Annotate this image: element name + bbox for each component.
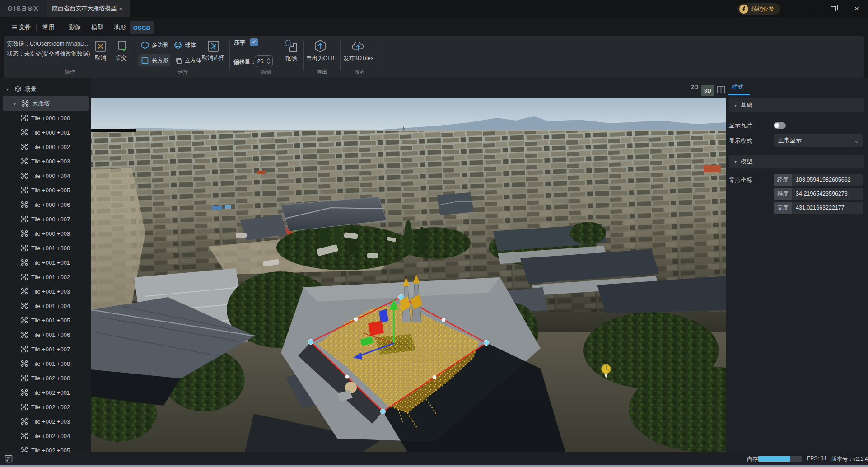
section-basic[interactable]: ▾ 基础 [729, 98, 864, 112]
rectangle-icon [141, 56, 149, 65]
document-tab[interactable]: 陕西省西安市大雁塔模型 × [47, 0, 130, 17]
tile-list-item[interactable]: Tile +000 +008 [0, 226, 91, 241]
tile-icon [21, 158, 28, 165]
deselect-button[interactable]: 取消选择 [202, 40, 224, 62]
flatten-checkbox[interactable]: ✓ [250, 38, 258, 46]
publish-3dtiles-button[interactable]: 发布3DTiles [343, 39, 373, 62]
mode-2d-button[interactable]: 2D [691, 84, 699, 90]
tile-list-item[interactable]: Tile +001 +007 [0, 342, 91, 356]
display-mode-select[interactable]: 正常显示 ⌄ [774, 134, 863, 147]
tree-node-model-selected[interactable]: ▾ 大雁塔 [3, 96, 89, 111]
tile-list-item[interactable]: Tile +000 +007 [0, 212, 91, 226]
tile-list-item[interactable]: Tile +001 +005 [0, 313, 91, 327]
coordinate-row[interactable]: 维度 34.21965423596273 [774, 188, 863, 200]
menu-tab-common[interactable]: 常用 [42, 23, 55, 32]
tile-icon [21, 201, 28, 208]
caret-down-icon: ▾ [734, 103, 737, 108]
close-button[interactable]: ✕ [846, 0, 867, 17]
tile-list: Tile +000 +000 Tile +000 +001 [0, 111, 91, 452]
origin-coords-list: 经度 108.95941982605662 维度 34.219654235962… [774, 174, 863, 216]
tab-active-underline [728, 94, 750, 95]
show-tiles-toggle[interactable] [774, 122, 786, 129]
menu-file[interactable]: ☰ 文件 [12, 23, 31, 32]
tile-list-item[interactable]: Tile +000 +006 [0, 197, 91, 212]
caret-down-icon[interactable]: ▾ [14, 101, 19, 106]
coordinate-row[interactable]: 经度 108.95941982605662 [774, 174, 863, 186]
tile-list-item[interactable]: Tile +000 +001 [0, 125, 91, 140]
select-polygon-button[interactable]: 多边形 [141, 41, 169, 49]
tile-list-item[interactable]: Tile +002 +005 [0, 443, 91, 452]
tile-list-item[interactable]: Tile +000 +003 [0, 154, 91, 168]
tile-list-item[interactable]: Tile +002 +004 [0, 429, 91, 443]
tile-list-item[interactable]: Tile +000 +004 [0, 168, 91, 183]
tile-list-item[interactable]: Tile +000 +002 [0, 140, 91, 154]
mode-3d-button[interactable]: 3D [701, 85, 714, 96]
export-glb-button[interactable]: 导出为GLB [306, 39, 335, 62]
menu-tab-osgb-active[interactable]: OSGB [130, 21, 154, 34]
tile-list-item[interactable]: Tile +002 +003 [0, 414, 91, 429]
group-label-edit: 编辑 [261, 69, 272, 75]
cutout-button[interactable]: 抠除 [285, 39, 298, 62]
tile-icon [21, 331, 28, 338]
tile-list-item[interactable]: Tile +001 +002 [0, 270, 91, 284]
caret-down-icon[interactable]: ▾ [6, 87, 12, 92]
tile-icon [21, 360, 28, 367]
status-bar: 内存 FPS: 31 版本号：v2.1.4 [0, 452, 868, 465]
tile-label: Tile +001 +006 [31, 332, 70, 338]
tab-close-icon[interactable]: × [117, 5, 124, 13]
tile-label: Tile +002 +005 [31, 447, 70, 453]
tile-label: Tile +001 +004 [31, 303, 70, 309]
menu-tab-imagery[interactable]: 影像 [69, 23, 81, 32]
stepper-arrows-icon[interactable] [266, 58, 271, 64]
select-sphere-button[interactable]: 球体 [174, 41, 196, 49]
coordinate-value: 34.21965423596273 [792, 191, 848, 197]
tile-list-item[interactable]: Tile +000 +000 [0, 111, 91, 125]
tile-label: Tile +000 +000 [31, 115, 70, 121]
pool-patch [212, 206, 222, 210]
tile-list-item[interactable]: Tile +002 +002 [0, 400, 91, 414]
status-line: 状态：未提交(提交将修改源数据) [7, 50, 90, 58]
split-view-button[interactable] [717, 86, 725, 93]
tile-list-item[interactable]: Tile +001 +000 [0, 241, 91, 255]
select-rectangle-button[interactable]: 长方形 [141, 56, 169, 65]
group-label-publish: 发布 [355, 69, 365, 75]
tile-list-item[interactable]: Tile +002 +000 [0, 371, 91, 385]
coordinate-row[interactable]: 高度 431.021663222177 [774, 202, 863, 214]
tile-list-item[interactable]: Tile +002 +001 [0, 385, 91, 400]
tile-list-item[interactable]: Tile +001 +006 [0, 327, 91, 342]
submit-button[interactable]: 提交 [115, 40, 127, 62]
section-model[interactable]: ▾ 模型 [729, 155, 864, 168]
ribbon-separator [136, 41, 136, 70]
viewport-toolbar: 2D 3D [91, 78, 726, 98]
map-3d-viewport[interactable] [91, 98, 726, 452]
renew-plan-button[interactable]: 续约套餐 [737, 3, 780, 15]
tile-list-item[interactable]: Tile +001 +001 [0, 255, 91, 270]
minimize-button[interactable]: ─ [800, 0, 821, 17]
tile-icon [21, 259, 28, 266]
menu-tab-terrain[interactable]: 地形 [114, 23, 126, 32]
minimize-icon: ─ [808, 5, 812, 12]
scene-render [91, 98, 726, 452]
caret-down-icon: ▾ [734, 159, 737, 164]
select-cube-button[interactable]: 立方体 [174, 56, 202, 65]
tile-label: Tile +000 +007 [31, 216, 70, 223]
cypress-tree [418, 227, 425, 256]
tile-list-item[interactable]: Tile +001 +004 [0, 299, 91, 313]
window-bottom-edge [0, 465, 868, 467]
restore-button[interactable] [823, 0, 844, 17]
menu-bar: ☰ 文件 常用 影像 模型 地形 OSGB [0, 17, 868, 36]
submit-check-icon [115, 40, 127, 52]
menu-tab-model[interactable]: 模型 [91, 23, 103, 32]
export-hexagon-icon [313, 39, 327, 53]
tab-style[interactable]: 样式 [732, 83, 744, 91]
tree-node-scene[interactable]: ▾ 场景 [0, 82, 91, 96]
tile-list-item[interactable]: Tile +001 +003 [0, 284, 91, 299]
gisbox-logo: GISƎ⊗X [7, 5, 39, 13]
tile-list-item[interactable]: Tile +001 +008 [0, 356, 91, 371]
log-panel-icon[interactable] [4, 454, 13, 463]
offset-stepper[interactable]: 26 [255, 55, 273, 67]
cancel-button[interactable]: 取消 [94, 40, 107, 62]
display-mode-label: 显示模式 [729, 137, 752, 145]
tile-list-item[interactable]: Tile +000 +005 [0, 183, 91, 197]
tile-label: Tile +000 +004 [31, 173, 70, 179]
